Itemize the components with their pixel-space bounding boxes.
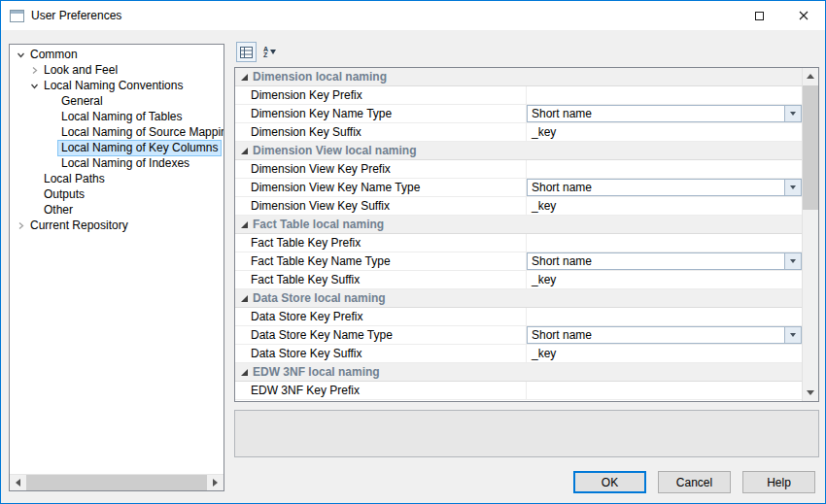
value-cell[interactable] (527, 160, 802, 178)
scroll-right-icon[interactable] (207, 475, 224, 490)
selected-tree-item-label[interactable]: Local Naming of Key Columns (58, 141, 221, 155)
value-cell[interactable]: _key (527, 197, 802, 215)
dropdown-select[interactable]: Short name (527, 252, 802, 270)
value-cell[interactable]: _key (527, 271, 802, 288)
tree-item-other[interactable]: Other (10, 202, 224, 218)
chevron-down-icon[interactable] (784, 327, 801, 343)
chevron-right-icon[interactable] (14, 218, 27, 233)
close-icon (799, 11, 809, 20)
preferences-tree-panel: Common Look and Feel Local Naming Conven… (9, 44, 224, 491)
property-row: Fact Table Key Prefix (235, 234, 802, 252)
property-grid: Dimension local naming Dimension Key Pre… (234, 67, 819, 402)
property-row: Data Store Key Prefix (235, 308, 802, 326)
scrollbar-thumb[interactable] (803, 85, 818, 210)
property-row: Fact Table Key Name Type Short name (235, 252, 802, 271)
property-row: Dimension Key Suffix _key (235, 123, 802, 142)
value-cell[interactable] (527, 86, 802, 104)
tree-item-local-naming-of-tables[interactable]: Local Naming of Tables (10, 109, 224, 124)
close-button[interactable] (781, 1, 825, 30)
ok-button[interactable]: OK (573, 471, 646, 493)
tree-item-general[interactable]: General (10, 93, 224, 109)
tree-horizontal-scrollbar[interactable] (10, 474, 224, 490)
category-row-edw-3nf-local-naming[interactable]: EDW 3NF local naming (235, 363, 802, 382)
chevron-down-icon[interactable] (27, 78, 41, 93)
tree-item-look-and-feel[interactable]: Look and Feel (10, 62, 224, 78)
scrollbar-thumb[interactable] (26, 475, 207, 490)
scroll-left-icon[interactable] (10, 475, 26, 490)
tree-item-local-paths[interactable]: Local Paths (10, 171, 224, 186)
chevron-down-icon[interactable] (14, 47, 27, 62)
user-preferences-dialog: User Preferences Common Look and Feel Lo (0, 0, 826, 504)
property-row: Dimension Key Name Type Short name (235, 105, 802, 123)
dropdown-select[interactable]: Short name (527, 179, 802, 196)
tree-item-common[interactable]: Common (10, 47, 224, 62)
sort-alphabetical-button[interactable]: AZ (259, 42, 280, 62)
arrow-down-icon (270, 50, 276, 54)
property-row: Dimension View Key Suffix _key (235, 197, 802, 216)
tree-item-outputs[interactable]: Outputs (10, 186, 224, 202)
property-row: Dimension View Key Name Type Short name (235, 179, 802, 197)
property-grid-body: Dimension local naming Dimension Key Pre… (235, 68, 802, 401)
collapse-triangle-icon[interactable] (241, 295, 248, 302)
preferences-tree: Common Look and Feel Local Naming Conven… (10, 47, 224, 233)
chevron-down-icon[interactable] (784, 106, 801, 121)
app-icon (10, 10, 24, 22)
category-row-dimension-view-local-naming[interactable]: Dimension View local naming (235, 142, 802, 160)
property-row: Dimension View Key Prefix (235, 160, 802, 179)
property-row: Data Store Key Name Type Short name (235, 326, 802, 345)
sort-alphabetical-icon: AZ (263, 47, 268, 58)
help-button[interactable]: Help (742, 471, 815, 493)
collapse-triangle-icon[interactable] (241, 221, 248, 228)
tree-item-local-naming-of-key-columns[interactable]: Local Naming of Key Columns (10, 140, 224, 155)
scroll-down-icon[interactable] (803, 385, 818, 401)
tree-item-local-naming-conventions[interactable]: Local Naming Conventions (10, 78, 224, 93)
value-cell[interactable] (527, 308, 802, 325)
window-title: User Preferences (31, 9, 121, 22)
value-cell[interactable]: _key (527, 345, 802, 362)
value-cell[interactable] (527, 234, 802, 252)
tree-item-local-naming-of-indexes[interactable]: Local Naming of Indexes (10, 155, 224, 171)
categorized-view-button[interactable] (236, 42, 257, 62)
category-row-data-store-local-naming[interactable]: Data Store local naming (235, 289, 802, 308)
dropdown-select[interactable]: Short name (527, 326, 802, 344)
tree-item-local-naming-of-source-mappings[interactable]: Local Naming of Source Mappings (10, 124, 224, 140)
collapse-triangle-icon[interactable] (241, 369, 248, 376)
category-row-dimension-local-naming[interactable]: Dimension local naming (235, 68, 802, 86)
value-cell[interactable] (527, 382, 802, 399)
chevron-down-icon[interactable] (784, 180, 801, 195)
collapse-triangle-icon[interactable] (241, 148, 248, 154)
chevron-down-icon[interactable] (784, 253, 801, 269)
property-row: EDW 3NF Key Prefix (235, 382, 802, 400)
caption-buttons (738, 1, 825, 30)
grid-vertical-scrollbar[interactable] (802, 68, 818, 401)
collapse-triangle-icon[interactable] (241, 74, 248, 81)
property-description-panel (234, 410, 819, 457)
maximize-icon (755, 12, 764, 20)
scroll-up-icon[interactable] (803, 68, 818, 84)
tree-item-current-repository[interactable]: Current Repository (10, 218, 224, 233)
property-row: Dimension Key Prefix (235, 86, 802, 105)
category-row-fact-table-local-naming[interactable]: Fact Table local naming (235, 216, 802, 234)
property-grid-toolbar: AZ (236, 42, 280, 63)
property-row: Fact Table Key Suffix _key (235, 271, 802, 289)
value-cell[interactable]: _key (527, 123, 802, 141)
maximize-button[interactable] (738, 1, 781, 30)
property-row: Data Store Key Suffix _key (235, 345, 802, 363)
categorized-view-icon (240, 47, 253, 58)
cancel-button[interactable]: Cancel (658, 471, 731, 493)
dropdown-select[interactable]: Short name (527, 105, 802, 122)
chevron-right-icon[interactable] (27, 62, 41, 78)
titlebar: User Preferences (1, 1, 825, 30)
